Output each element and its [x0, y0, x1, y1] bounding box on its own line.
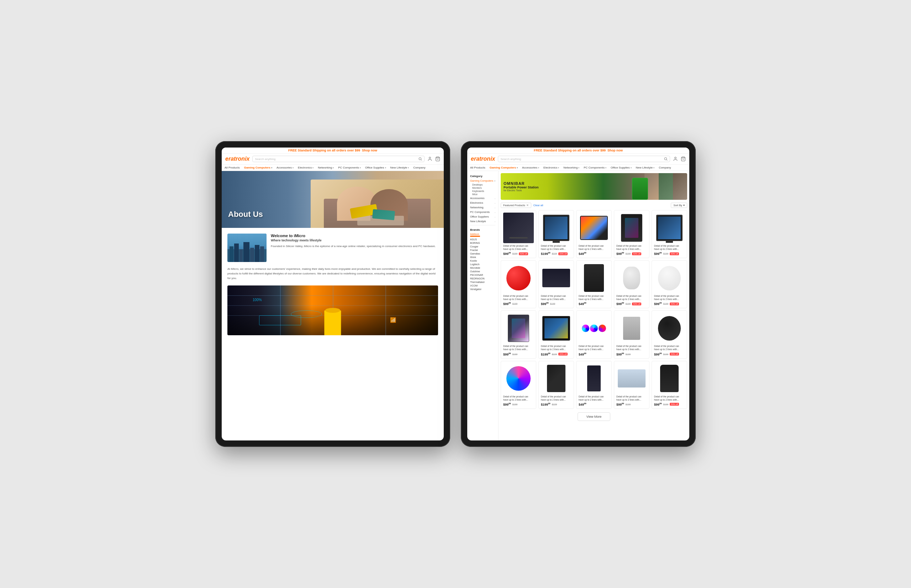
nav-lifestyle[interactable]: New Lifestyle ▾	[391, 166, 409, 169]
product-card-4[interactable]: Detail of the product can have up to 2 l…	[614, 210, 650, 258]
product-card-13[interactable]: Detail of the product can have up to 2 l…	[576, 310, 612, 359]
product-card-12[interactable]: Detail of the product can have up to 2 l…	[538, 310, 574, 359]
product-card-10[interactable]: Detail of the product can have up to 2 l…	[652, 260, 687, 308]
sort-button[interactable]: Sort By ▾	[671, 203, 687, 208]
brand-outshine[interactable]: Outshine	[467, 270, 498, 273]
left-search-bar[interactable]: Search anything	[252, 156, 425, 162]
product-card-3[interactable]: Detail of the product can have up to 2 l…	[576, 210, 612, 258]
old-price-5: $199	[663, 252, 668, 255]
product-card-17[interactable]: Detail of the product can have up to 2 l…	[538, 361, 574, 409]
sidebar-accessories[interactable]: Accessories›	[467, 196, 498, 200]
featured-filter-tag[interactable]: Featured Products ✕	[501, 203, 531, 208]
sidebar-keyboards[interactable]: Keyboards	[467, 189, 498, 193]
sidebar: Category Gaming Computers ▾ Desktops Mon…	[467, 171, 499, 441]
r-nav-pc[interactable]: PC Components ▾	[584, 166, 606, 169]
nav-company[interactable]: Company	[413, 166, 425, 169]
brand-koolio[interactable]: Koolio	[467, 259, 498, 262]
sidebar-desktops[interactable]: Desktops	[467, 183, 498, 186]
brand-asus[interactable]: ASUS	[467, 237, 498, 241]
brand-ithink[interactable]: Ithink	[467, 255, 498, 259]
right-search-bar[interactable]: Search anything	[498, 156, 670, 162]
product-card-18[interactable]: Detail of the product can have up to 2 l…	[576, 361, 612, 409]
brand-cougar[interactable]: Cougar	[467, 245, 498, 248]
left-nav: All Products Gaming Computers ▾ Accessor…	[222, 164, 444, 171]
product-img-10	[654, 263, 685, 293]
old-price-1: $199	[512, 252, 517, 255]
product-card-7[interactable]: Detail of the product can have up to 2 l…	[538, 260, 574, 308]
nav-gaming[interactable]: Gaming Computers ▾	[244, 166, 272, 169]
r-nav-accessories[interactable]: Accessories ▾	[522, 166, 539, 169]
sidebar-electronics[interactable]: Electronics›	[467, 200, 498, 205]
brand-redragon[interactable]: REDRAGON	[467, 276, 498, 280]
product-img-6	[503, 263, 534, 293]
nav-office[interactable]: Office Supplies ▾	[365, 166, 386, 169]
product-desc-15: Detail of the product can have up to 2 l…	[654, 344, 685, 351]
sidebar-monitors[interactable]: Monitors	[467, 186, 498, 189]
r-nav-all[interactable]: All Products	[470, 166, 485, 169]
brand-boring[interactable]: BORING	[467, 241, 498, 245]
monitor-24-img	[543, 215, 569, 241]
product-card-5[interactable]: Detail of the product can have up to 2 l…	[652, 210, 687, 258]
view-more-button[interactable]: View More	[577, 412, 610, 421]
product-card-9[interactable]: Detail of the product can have up to 2 l…	[614, 260, 650, 308]
nav-networking[interactable]: Networking ▾	[318, 166, 334, 169]
r-shop-now-link[interactable]: Shop now	[608, 149, 623, 152]
product-card-2[interactable]: Detail of the product can have up to 2 l…	[538, 210, 574, 258]
brand-vcom[interactable]: VCOM	[467, 284, 498, 287]
filter-remove-icon[interactable]: ✕	[526, 204, 529, 207]
user-icon[interactable]	[427, 157, 432, 162]
nav-all-products[interactable]: All Products	[225, 166, 240, 169]
nav-electronics[interactable]: Electronics ▾	[298, 166, 313, 169]
product-card-19[interactable]: Detail of the product can have up to 2 l…	[614, 361, 650, 409]
price-row-3: $4999	[579, 252, 609, 255]
product-card-11[interactable]: Detail of the product can have up to 2 l…	[501, 310, 536, 359]
brand-microtide[interactable]: Microtide	[467, 266, 498, 270]
r-nav-electronics[interactable]: Electronics ▾	[543, 166, 559, 169]
curved-monitor-img	[580, 216, 608, 240]
svg-point-6	[675, 157, 676, 159]
brand-addison[interactable]: Addison	[467, 232, 498, 236]
cart-icon[interactable]	[435, 157, 440, 162]
brand-gamdias[interactable]: Gamdias	[467, 252, 498, 255]
filter-label: Featured Products	[503, 204, 525, 207]
shop-now-link[interactable]: Shop now	[362, 149, 377, 152]
r-nav-company[interactable]: Company	[659, 166, 671, 169]
r-cart-icon[interactable]	[681, 157, 686, 162]
sidebar-pc-components[interactable]: PC Components›	[467, 210, 498, 214]
r-nav-gaming[interactable]: Gaming Computers ▾	[490, 166, 518, 169]
left-logo[interactable]: eratronix	[225, 156, 250, 162]
clear-all-button[interactable]: Clear all	[533, 204, 543, 207]
product-card-15[interactable]: Detail of the product can have up to 2 l…	[652, 310, 687, 359]
r-user-icon[interactable]	[673, 157, 678, 162]
product-card-20[interactable]: Detail of the product can have up to 2 l…	[652, 361, 687, 409]
brand-pecionar[interactable]: PECIONAR	[467, 273, 498, 276]
product-card-6[interactable]: Detail of the product can have up to 2 l…	[501, 260, 536, 308]
product-card-1[interactable]: Detail of the product can have up to 2 l…	[501, 210, 536, 258]
sidebar-mice[interactable]: Mice	[467, 193, 498, 196]
sidebar-lifestyle[interactable]: New Lifestyle›	[467, 219, 498, 224]
product-card-14[interactable]: Detail of the product can have up to 2 l…	[614, 310, 650, 359]
product-card-16[interactable]: Detail of the product can have up to 2 l…	[501, 361, 536, 409]
brand-fractal[interactable]: Fractal	[467, 248, 498, 252]
r-nav-office[interactable]: Office Supplies ▾	[611, 166, 632, 169]
product-img-20	[654, 363, 685, 394]
brand-vendgator[interactable]: Vendgator	[467, 287, 498, 291]
sidebar-gaming-computers[interactable]: Gaming Computers ▾	[467, 178, 498, 183]
gaming-computers-label: Gaming Computers	[470, 179, 493, 183]
price-15: $9999	[654, 352, 662, 356]
fan-3	[598, 325, 606, 333]
nav-accessories[interactable]: Accessories ▾	[277, 166, 293, 169]
old-price-2: $229	[552, 252, 557, 255]
nav-pc-components[interactable]: PC Components ▾	[338, 166, 361, 169]
sidebar-office[interactable]: Office Suppliers›	[467, 214, 498, 219]
r-nav-networking[interactable]: Networking ▾	[563, 166, 579, 169]
price-row-11: $9999 $199	[503, 352, 534, 356]
sidebar-networking[interactable]: Networking›	[467, 205, 498, 210]
old-price-9: $199	[626, 302, 631, 305]
price-1: $9999	[503, 252, 511, 255]
brand-thermaltaker[interactable]: Thermaltaker	[467, 280, 498, 284]
right-logo[interactable]: eratronix	[471, 156, 495, 162]
brand-logitech[interactable]: Logitech	[467, 262, 498, 266]
r-nav-lifestyle[interactable]: New Lifestyle ▾	[636, 166, 655, 169]
product-card-8[interactable]: Detail of the product can have up to 2 l…	[576, 260, 612, 308]
